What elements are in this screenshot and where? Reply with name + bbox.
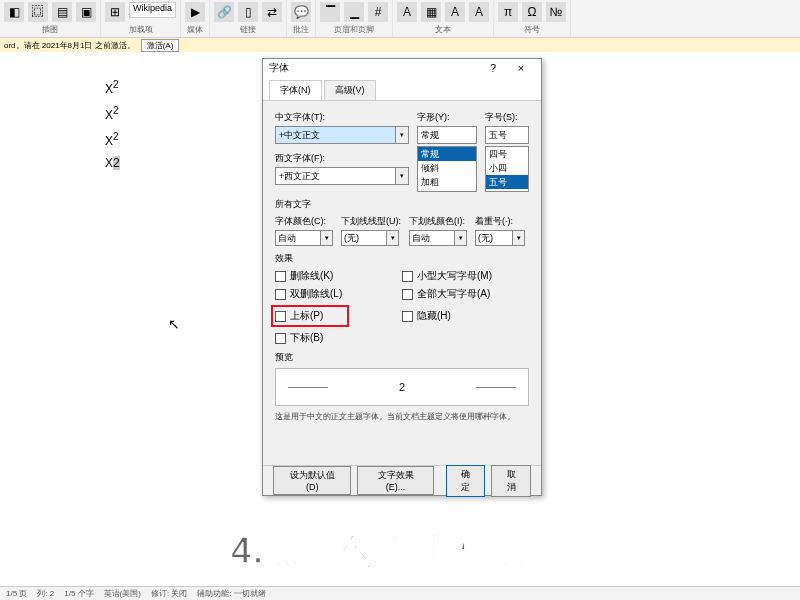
wikipedia-button[interactable]: Wikipedia [129,2,176,18]
dropdown-icon[interactable]: ▾ [455,230,467,246]
size-combo[interactable] [485,126,529,144]
ribbon-label: 批注 [293,24,309,35]
icon-crossref[interactable]: ⇄ [262,2,282,22]
status-page[interactable]: 1/5 页 [6,588,27,599]
dropdown-icon[interactable]: ▾ [513,230,525,246]
underline-color-label: 下划线颜色(I): [409,215,467,228]
emphasis-label: 着重号(·): [475,215,525,228]
preview-hint: 这是用于中文的正文主题字体。当前文档主题定义将使用哪种字体。 [275,411,529,422]
icon-screenshot[interactable]: ▣ [76,2,96,22]
icon-wordart[interactable]: A [445,2,465,22]
icon-footer[interactable]: ▁ [344,2,364,22]
allcaps-label: 全部大写字母(A) [417,287,490,301]
subscript-label: 下标(B) [290,331,323,345]
ribbon-label: 插图 [42,24,58,35]
dialog-tabs: 字体(N) 高级(V) [263,77,541,101]
chinese-font-input[interactable] [275,126,396,144]
selected-text: 2 [113,156,120,170]
double-strike-label: 双删除线(L) [290,287,342,301]
document-text: X2 X2 X2 X2 [105,74,120,174]
hidden-label: 隐藏(H) [417,309,451,323]
icon-comment[interactable]: 💬 [291,2,311,22]
checkbox-smallcaps[interactable] [402,271,413,282]
western-font-input[interactable] [275,167,396,185]
checkbox-subscript[interactable] [275,333,286,344]
icon-header[interactable]: ▔ [320,2,340,22]
close-button[interactable]: × [507,62,535,74]
status-col[interactable]: 列: 2 [37,588,54,599]
ribbon-group: 🔗 ▯ ⇄ 链接 [210,0,287,37]
status-lang[interactable]: 英语(美国) [104,588,141,599]
dropdown-icon[interactable]: ▾ [387,230,399,246]
icon-link[interactable]: 🔗 [214,2,234,22]
list-item[interactable]: 四号 [486,147,528,161]
list-item[interactable]: 小四 [486,161,528,175]
size-input[interactable] [485,126,529,144]
icon-parts[interactable]: ▦ [421,2,441,22]
activate-button[interactable]: 激活(A) [141,39,180,52]
cursor-icon: ↖ [168,316,180,332]
tab-font[interactable]: 字体(N) [269,80,322,100]
all-text-label: 所有文字 [275,198,529,211]
emphasis-combo[interactable]: (无)▾ [475,230,525,246]
dropdown-icon[interactable]: ▾ [321,230,333,246]
ribbon-label: 页眉和页脚 [334,24,374,35]
dialog-titlebar: 字体 ? × [263,59,541,77]
status-track[interactable]: 修订: 关闭 [151,588,187,599]
style-input[interactable] [417,126,477,144]
chinese-font-combo[interactable]: ▾ [275,126,409,144]
style-combo[interactable] [417,126,477,144]
activation-text: ord。请在 2021年8月1日 之前激活。 [4,40,135,51]
checkbox-allcaps[interactable] [402,289,413,300]
tutorial-caption: 4.点击勾选上标功能 [0,527,800,576]
ribbon: ◧ ⿴ ▤ ▣ 插图 ⊞ Wikipedia 加载项 ▶ 媒体 🔗 ▯ ⇄ 链接… [0,0,800,38]
size-list[interactable]: 四号 小四 五号 [485,146,529,192]
icon-dropcap[interactable]: A [469,2,489,22]
icon-number[interactable]: № [546,2,566,22]
icon-smartart[interactable]: ⿴ [28,2,48,22]
preview-sample: 2 [399,381,405,393]
text-effects-button[interactable]: 文字效果(E)... [357,466,433,495]
icon-equation[interactable]: π [498,2,518,22]
icon-bookmark[interactable]: ▯ [238,2,258,22]
list-item[interactable]: 常规 [418,147,476,161]
ribbon-group: 💬 批注 [287,0,316,37]
western-font-combo[interactable]: ▾ [275,167,409,185]
icon-3d[interactable]: ◧ [4,2,24,22]
font-color-combo[interactable]: 自动▾ [275,230,333,246]
icon-video[interactable]: ▶ [185,2,205,22]
list-item[interactable]: 五号 [486,175,528,189]
ribbon-group: ◧ ⿴ ▤ ▣ 插图 [0,0,101,37]
status-chars[interactable]: 1/5 个字 [64,588,93,599]
icon-textbox[interactable]: A [397,2,417,22]
effects-label: 效果 [275,252,529,265]
checkbox-hidden[interactable] [402,311,413,322]
icon-pagenum[interactable]: # [368,2,388,22]
list-item[interactable]: 加粗 [418,175,476,189]
list-item[interactable]: 倾斜 [418,161,476,175]
set-default-button[interactable]: 设为默认值(D) [273,466,351,495]
checkbox-double-strike[interactable] [275,289,286,300]
font-color-label: 字体颜色(C): [275,215,333,228]
icon-symbol[interactable]: Ω [522,2,542,22]
dropdown-icon[interactable]: ▾ [396,126,409,144]
tab-advanced[interactable]: 高级(V) [324,80,376,100]
style-list[interactable]: 常规 倾斜 加粗 [417,146,477,192]
status-a11y[interactable]: 辅助功能: 一切就绪 [197,588,265,599]
superscript-highlight: 上标(P) [271,305,349,327]
dialog-title: 字体 [269,61,479,75]
underline-color-combo[interactable]: 自动▾ [409,230,467,246]
dropdown-icon[interactable]: ▾ [396,167,409,185]
strikethrough-label: 删除线(K) [290,269,333,283]
cancel-button[interactable]: 取消 [491,465,531,497]
underline-combo[interactable]: (无)▾ [341,230,401,246]
underline-label: 下划线线型(U): [341,215,401,228]
ok-button[interactable]: 确定 [446,465,486,497]
font-dialog: 字体 ? × 字体(N) 高级(V) 中文字体(T): ▾ 西文字体(F): ▾… [262,58,542,496]
checkbox-superscript[interactable] [275,311,286,322]
icon-chart[interactable]: ▤ [52,2,72,22]
ribbon-label: 链接 [240,24,256,35]
checkbox-strikethrough[interactable] [275,271,286,282]
icon-addin[interactable]: ⊞ [105,2,125,22]
help-button[interactable]: ? [479,62,507,74]
